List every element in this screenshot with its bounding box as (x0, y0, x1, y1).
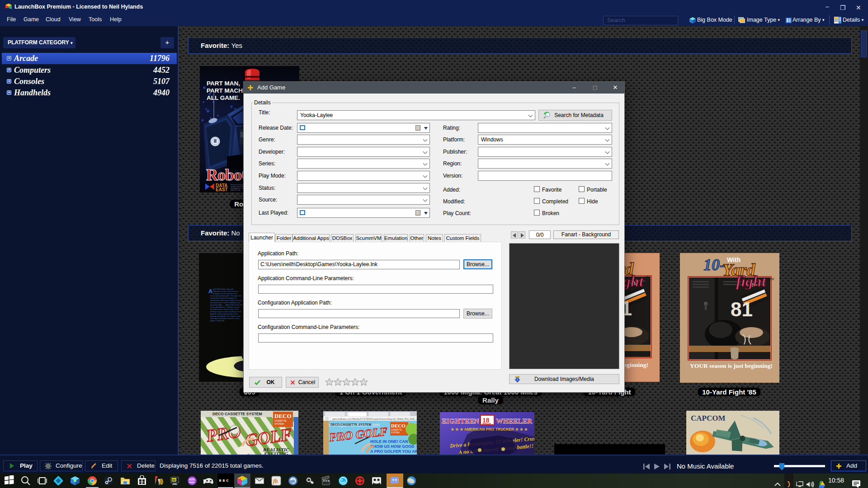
svg-text:B: B (219, 479, 222, 483)
svg-text:TM: TM (769, 277, 774, 281)
svg-text:SYSTEM: SYSTEM (274, 422, 284, 425)
svg-text:ALL GAME.: ALL GAME. (207, 94, 240, 101)
svg-text:player's skill level.: player's skill level. (210, 319, 225, 322)
svg-text:81: 81 (731, 298, 753, 320)
svg-text:CASSETTE: CASSETTE (274, 419, 287, 422)
svg-text:DECO: DECO (274, 413, 292, 419)
svg-text:PART MAN,: PART MAN, (207, 80, 240, 87)
svg-text:B: B (223, 479, 225, 483)
svg-text:SYSTEM: SYSTEM (391, 432, 400, 434)
svg-text:WHEELER: WHEELER (482, 423, 491, 425)
svg-text:qb: qb (290, 479, 295, 483)
svg-text:CAPCOM: CAPCOM (691, 414, 725, 422)
svg-text:A PRO GOLFER YOU ARE!: A PRO GOLFER YOU ARE! (370, 449, 417, 454)
svg-text:DECO: DECO (391, 423, 406, 428)
svg-text:fight: fight (736, 273, 767, 290)
svg-text:C: C (226, 479, 229, 483)
svg-text:(408) 286-7080: (408) 286-7080 (231, 189, 241, 191)
svg-text:CASSETTE: CASSETTE (391, 429, 402, 431)
svg-text:YOUR season is just beginning!: YOUR season is just beginning! (690, 362, 773, 369)
svg-text:gamesdbase.com/Media/SYSTEM/Ar: gamesdbase.com/Media/SYSTEM/Arcade/Adver… (332, 418, 417, 420)
svg-text:WHEELER: WHEELER (496, 417, 533, 425)
svg-text:EIGHTEEN: EIGHTEEN (442, 417, 479, 425)
svg-text:10-: 10- (703, 256, 725, 274)
svg-text:com: com (189, 481, 194, 483)
svg-text:DECO CASSETTE SYSTEM: DECO CASSETTE SYSTEM (330, 423, 371, 426)
svg-text:A: A (208, 288, 213, 295)
svg-text:99: 99 (172, 479, 176, 482)
svg-text:fb: fb (273, 478, 278, 484)
svg-text:DECO CASSETTE SYSTEM: DECO CASSETTE SYSTEM (212, 412, 262, 416)
svg-text:EAST: EAST (216, 187, 228, 192)
svg-text:SHOW US HOW GOOD: SHOW US HOW GOOD (370, 444, 415, 449)
svg-text:★ ★ ★ AMERICAN PRO TRUCKER ★: ★ ★ ★ AMERICAN PRO TRUCKER ★ ★ ★ (451, 427, 528, 432)
svg-text:TM: TM (646, 276, 651, 279)
